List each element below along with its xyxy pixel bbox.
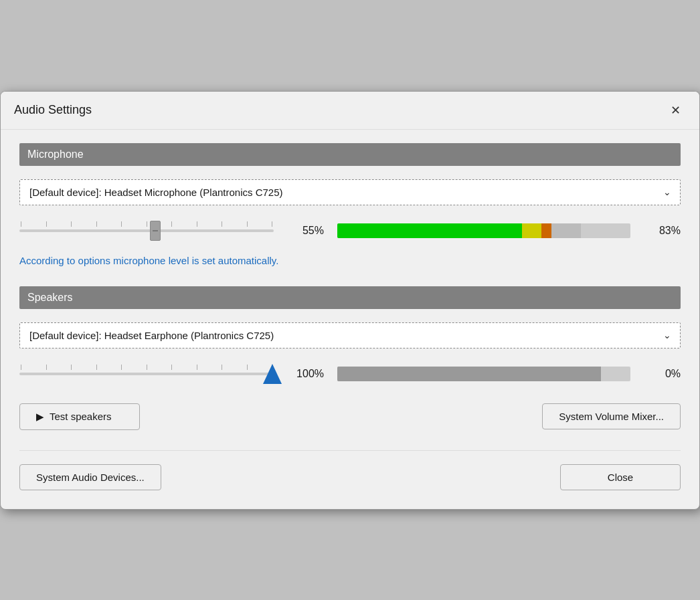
tick — [96, 365, 97, 370]
microphone-volume-label: 55% — [287, 225, 324, 237]
tick — [96, 221, 97, 227]
microphone-level-green — [337, 223, 522, 238]
tick — [171, 365, 172, 370]
speakers-volume-slider[interactable] — [19, 361, 274, 387]
tick — [71, 365, 72, 370]
tick — [247, 221, 248, 227]
test-speakers-button[interactable]: ▶ Test speakers — [19, 403, 140, 430]
microphone-device-select-wrapper[interactable]: [Default device]: Headset Microphone (Pl… — [19, 179, 681, 205]
speakers-device-select-wrapper[interactable]: [Default device]: Headset Earphone (Plan… — [19, 322, 681, 348]
tick — [121, 221, 122, 227]
speakers-tick-marks — [19, 365, 274, 370]
tick — [171, 221, 172, 227]
microphone-level-yellow — [522, 223, 541, 238]
audio-settings-window: Audio Settings ✕ Microphone [Default dev… — [0, 91, 700, 510]
tick — [222, 221, 222, 227]
tick — [21, 221, 21, 227]
speakers-slider-thumb[interactable] — [263, 364, 282, 384]
tick — [147, 365, 147, 370]
speakers-controls-row: 100% 0% — [19, 361, 681, 387]
microphone-volume-slider[interactable] — [19, 217, 274, 244]
play-icon: ▶ — [36, 411, 44, 423]
microphone-controls-row: 55% 83% — [19, 217, 681, 244]
system-volume-mixer-button[interactable]: System Volume Mixer... — [542, 403, 681, 429]
microphone-tick-marks — [19, 221, 274, 227]
speakers-section: Speakers [Default device]: Headset Earph… — [19, 286, 681, 430]
tick — [247, 365, 248, 370]
microphone-level-grey — [551, 223, 581, 238]
speakers-level-meter — [337, 367, 630, 381]
microphone-slider-track — [19, 229, 274, 232]
speakers-button-row: ▶ Test speakers System Volume Mixer... — [19, 403, 681, 430]
microphone-slider-thumb[interactable] — [150, 221, 161, 241]
tick — [197, 365, 197, 370]
tick — [121, 365, 122, 370]
window-title: Audio Settings — [14, 103, 92, 117]
speakers-level-label: 0% — [644, 368, 681, 380]
microphone-auto-note: According to options microphone level is… — [19, 255, 681, 266]
tick — [222, 365, 222, 370]
microphone-level-meter — [337, 223, 630, 238]
microphone-device-select[interactable]: [Default device]: Headset Microphone (Pl… — [19, 179, 681, 205]
close-button[interactable]: Close — [560, 464, 681, 490]
speakers-volume-label: 100% — [287, 368, 324, 380]
tick — [46, 221, 47, 227]
footer-row: System Audio Devices... Close — [19, 450, 681, 490]
tick — [197, 221, 197, 227]
speakers-device-select[interactable]: [Default device]: Headset Earphone (Plan… — [19, 322, 681, 348]
tick — [46, 365, 47, 370]
system-audio-devices-button[interactable]: System Audio Devices... — [19, 464, 161, 490]
speakers-slider-track — [19, 373, 274, 375]
speakers-level-fill — [337, 367, 601, 381]
tick — [272, 221, 272, 227]
title-bar: Audio Settings ✕ — [1, 92, 699, 130]
microphone-level-fill — [337, 223, 581, 238]
tick — [21, 365, 21, 370]
tick — [147, 221, 147, 227]
microphone-level-label: 83% — [644, 225, 681, 237]
speakers-section-header: Speakers — [19, 286, 681, 309]
microphone-section-header: Microphone — [19, 143, 681, 166]
tick — [71, 221, 72, 227]
test-speakers-label: Test speakers — [50, 411, 112, 422]
content-area: Microphone [Default device]: Headset Mic… — [1, 130, 699, 509]
window-close-button[interactable]: ✕ — [665, 100, 686, 121]
microphone-level-orange — [541, 223, 551, 238]
